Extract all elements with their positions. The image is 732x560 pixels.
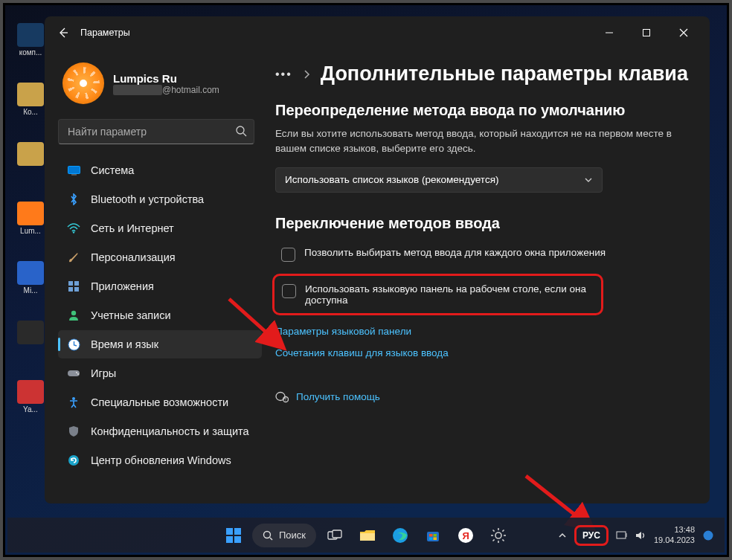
titlebar: Параметры (45, 16, 710, 49)
nav-network[interactable]: Сеть и Интернет (58, 214, 262, 242)
section-override-desc: Если вы хотите использовать метод ввода,… (275, 126, 677, 157)
nav-time-language[interactable]: Время и язык (58, 330, 262, 358)
svg-point-11 (71, 311, 76, 315)
svg-rect-25 (234, 528, 241, 535)
svg-rect-37 (429, 537, 433, 540)
desktop-icons: комп... Ко... Lum... Mi... Ya... (16, 23, 45, 414)
gamepad-icon (67, 367, 80, 380)
nav-gaming[interactable]: Игры (58, 359, 262, 387)
nav-label: Приложения (91, 280, 154, 292)
taskbar: Поиск Я РУС 13:48 19.04.2023 (7, 518, 725, 553)
nav-label: Специальные возможности (91, 396, 228, 408)
checkbox-language-bar[interactable]: Использовать языковую панель на рабочем … (280, 283, 595, 306)
breadcrumb-more[interactable]: ••• (275, 68, 292, 81)
account-name: Lumpics Ru (113, 72, 219, 85)
task-view-button[interactable] (321, 521, 349, 550)
network-tray-icon[interactable] (616, 530, 628, 541)
apps-icon (67, 280, 80, 293)
svg-rect-5 (71, 174, 77, 176)
svg-rect-14 (68, 370, 80, 376)
svg-rect-32 (360, 533, 375, 541)
svg-rect-4 (68, 166, 80, 173)
svg-rect-24 (226, 528, 233, 535)
tray-time: 13:48 (654, 525, 695, 535)
explorer-button[interactable] (353, 521, 382, 550)
page-title: Дополнительные параметры клавиа (321, 62, 688, 86)
svg-point-15 (76, 372, 77, 373)
svg-rect-9 (68, 287, 73, 292)
minimize-button[interactable] (602, 25, 617, 40)
checkbox-icon[interactable] (282, 284, 296, 298)
nav-label: Система (91, 164, 134, 176)
svg-point-19 (276, 392, 285, 400)
help-link[interactable]: Получить помощь (296, 391, 380, 402)
section-override-heading: Переопределение метода ввода по умолчани… (275, 102, 689, 119)
link-language-bar-options[interactable]: Параметры языковой панели (275, 326, 689, 337)
svg-line-46 (493, 530, 495, 531)
nav-windows-update[interactable]: Центр обновления Windows (58, 446, 262, 474)
nav-privacy[interactable]: Конфиденциальность и защита (58, 417, 262, 445)
svg-point-28 (263, 531, 270, 538)
section-switching-heading: Переключение методов ввода (275, 215, 689, 232)
tray-date: 19.04.2023 (654, 535, 695, 545)
start-button[interactable] (219, 521, 248, 550)
svg-point-41 (495, 532, 501, 538)
help-row[interactable]: ? Получить помощь (275, 391, 689, 403)
accessibility-icon (67, 396, 80, 409)
nav-accessibility[interactable]: Специальные возможности (58, 388, 262, 416)
svg-text:?: ? (284, 397, 286, 402)
tray-overflow-button[interactable] (558, 532, 567, 539)
search-field[interactable] (58, 119, 254, 144)
back-button[interactable] (52, 22, 74, 44)
input-method-dropdown[interactable]: Использовать список языков (рекомендуетс… (275, 167, 603, 193)
checkbox-icon[interactable] (281, 248, 295, 262)
svg-point-16 (77, 373, 79, 375)
svg-rect-27 (234, 536, 241, 543)
settings-taskbar-button[interactable] (484, 521, 513, 550)
link-hotkeys[interactable]: Сочетания клавиш для языков ввода (275, 347, 689, 358)
account-email: xxxxxxxxxxx@hotmail.com (113, 85, 219, 95)
svg-point-6 (73, 231, 74, 233)
close-button[interactable] (676, 25, 691, 40)
tray-clock[interactable]: 13:48 19.04.2023 (654, 525, 695, 544)
store-button[interactable] (419, 521, 447, 550)
nav-list: Система Bluetooth и устройства Сеть и Ин… (58, 156, 262, 474)
svg-rect-31 (333, 530, 341, 538)
svg-rect-26 (226, 536, 233, 543)
search-icon (235, 125, 247, 137)
search-input[interactable] (58, 119, 254, 144)
nav-apps[interactable]: Приложения (58, 272, 262, 300)
sidebar: Lumpics Ru xxxxxxxxxxx@hotmail.com (45, 49, 268, 503)
nav-accounts[interactable]: Учетные записи (58, 301, 262, 329)
nav-system[interactable]: Система (58, 156, 262, 184)
person-icon (67, 309, 80, 322)
edge-button[interactable] (386, 521, 414, 550)
update-icon (67, 454, 80, 467)
nav-bluetooth[interactable]: Bluetooth и устройства (58, 185, 262, 213)
chevron-right-icon (303, 69, 310, 80)
language-indicator[interactable]: РУС (574, 525, 609, 546)
svg-rect-38 (434, 537, 437, 540)
dropdown-value: Использовать список языков (рекомендуетс… (285, 174, 498, 185)
svg-rect-36 (434, 534, 437, 537)
svg-line-49 (502, 530, 504, 531)
maximize-button[interactable] (639, 25, 654, 40)
account-block[interactable]: Lumpics Ru xxxxxxxxxxx@hotmail.com (58, 58, 262, 116)
nav-label: Персонализация (91, 251, 176, 263)
shield-icon (67, 425, 80, 438)
nav-personalization[interactable]: Персонализация (58, 243, 262, 271)
svg-rect-10 (74, 287, 79, 292)
taskbar-center: Поиск Я (219, 521, 513, 550)
notifications-button[interactable] (702, 530, 714, 541)
settings-window: Параметры Lumpics Ru xxxxxxxxxxx@hotmail… (45, 16, 710, 503)
help-icon: ? (275, 391, 289, 403)
yandex-button[interactable]: Я (452, 521, 480, 550)
bluetooth-icon (67, 193, 80, 206)
svg-point-17 (72, 397, 75, 400)
nav-label: Время и язык (91, 338, 158, 350)
taskbar-search[interactable]: Поиск (252, 524, 316, 547)
svg-rect-35 (429, 534, 433, 537)
checkbox-per-window[interactable]: Позволить выбирать метод ввода для каждо… (275, 242, 677, 266)
wifi-icon (67, 222, 80, 235)
volume-tray-icon[interactable] (635, 530, 646, 541)
